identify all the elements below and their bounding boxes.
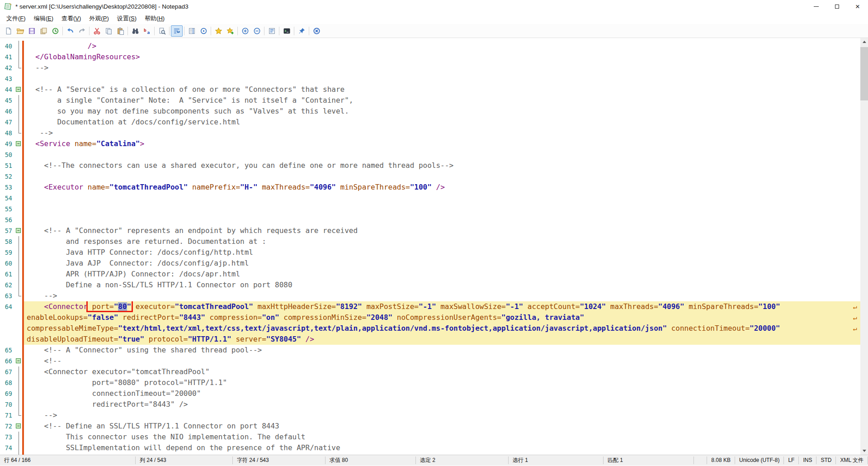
code-text[interactable]: <!-- Define an SSL/TLS HTTP/1.1 Connecto…: [24, 421, 860, 432]
code-text[interactable]: [24, 214, 860, 225]
zoom-out-button[interactable]: [251, 25, 263, 37]
long-line-marker-button[interactable]: [186, 25, 198, 37]
status-column[interactable]: 列 24 / 543: [136, 456, 233, 464]
redo-button[interactable]: [76, 25, 88, 37]
code-text[interactable]: -->: [24, 62, 860, 73]
code-text[interactable]: Documentation at /docs/config/service.ht…: [24, 117, 860, 128]
code-text[interactable]: [24, 149, 860, 160]
maximize-button[interactable]: [826, 0, 847, 13]
status-occurrences[interactable]: 匹配 1: [604, 456, 694, 464]
code-text[interactable]: and responses are returned. Documentatio…: [24, 236, 860, 247]
code-line-40: 40 />: [0, 41, 860, 52]
scroll-up-button[interactable]: [860, 38, 868, 46]
status-selection[interactable]: 选定 2: [416, 456, 509, 464]
fold-collapse-icon[interactable]: −: [16, 358, 21, 363]
status-eol-mode[interactable]: LF: [784, 456, 799, 464]
code-text[interactable]: redirectPort="8443" />: [24, 399, 860, 410]
menu-item-p[interactable]: 外观(P): [85, 13, 113, 24]
code-text[interactable]: disableUploadTimeout="true" protocol="HT…: [24, 334, 860, 345]
close-button[interactable]: ×: [847, 0, 868, 13]
minimize-button[interactable]: [806, 0, 826, 13]
menu-item-f[interactable]: 文件(F): [2, 13, 30, 24]
fold-collapse-icon[interactable]: −: [16, 228, 21, 233]
code-text[interactable]: />: [24, 41, 860, 52]
fold-collapse-icon[interactable]: −: [16, 87, 21, 92]
code-text[interactable]: Java HTTP Connector: /docs/config/http.h…: [24, 247, 860, 258]
code-text[interactable]: <!--: [24, 356, 860, 366]
code-text[interactable]: so you may not define subcomponents such…: [24, 106, 860, 117]
run-console-button[interactable]: [281, 25, 292, 37]
editor[interactable]: 40 />41 </GlobalNamingResources>42 -->43…: [0, 38, 868, 455]
scroll-down-button[interactable]: [860, 447, 868, 455]
code-text[interactable]: library and the useOpenSSL attribute of …: [24, 453, 860, 455]
code-text[interactable]: -->: [24, 290, 860, 301]
open-file-button[interactable]: [14, 25, 26, 37]
show-whitespace-button[interactable]: [198, 25, 209, 37]
code-text[interactable]: <!--The connectors can use a shared exec…: [24, 160, 860, 171]
code-text[interactable]: <Executor name="tomcatThreadPool" namePr…: [24, 182, 860, 193]
code-text[interactable]: <Connector executor="tomcatThreadPool": [24, 366, 860, 377]
word-wrap-button[interactable]: [171, 25, 183, 37]
code-text[interactable]: enableLookups="false" redirectPort="8443…: [24, 312, 860, 323]
status-eval[interactable]: 求值 80: [326, 456, 416, 464]
find-button[interactable]: [129, 25, 141, 37]
code-text[interactable]: This connector uses the NIO implementati…: [24, 432, 860, 442]
code-token: APR (HTTP/AJP) Connector: /docs/apr.html: [27, 270, 240, 278]
scrollbar-thumb[interactable]: [860, 47, 868, 100]
recent-files-button[interactable]: [49, 25, 61, 37]
code-text[interactable]: APR (HTTP/AJP) Connector: /docs/apr.html: [24, 269, 860, 280]
undo-button[interactable]: [64, 25, 76, 37]
fold-collapse-icon[interactable]: −: [16, 423, 21, 428]
add-favorite-button[interactable]: [224, 25, 236, 37]
code-text[interactable]: compressableMimeType="text/html,text/xml…: [24, 323, 860, 334]
code-text[interactable]: a single "Container" Note: A "Service" i…: [24, 95, 860, 106]
code-text[interactable]: <!-- A "Connector" using the shared thre…: [24, 345, 860, 356]
code-text[interactable]: </GlobalNamingResources>: [24, 52, 860, 62]
fold-collapse-icon[interactable]: −: [16, 141, 21, 146]
status-case-mode[interactable]: STD: [816, 456, 836, 464]
code-text[interactable]: SSLImplementation will depend on the pre…: [24, 442, 860, 453]
code-area[interactable]: 40 />41 </GlobalNamingResources>42 -->43…: [0, 41, 860, 455]
status-insert-mode[interactable]: INS: [799, 456, 816, 464]
status-encoding[interactable]: Unicode (UTF-8): [735, 456, 784, 464]
code-text[interactable]: -->: [24, 410, 860, 421]
code-text[interactable]: [24, 73, 860, 84]
code-text[interactable]: [24, 193, 860, 204]
code-text[interactable]: [24, 171, 860, 182]
toolbar-separator: [127, 27, 128, 35]
cut-button[interactable]: [91, 25, 103, 37]
pin-to-top-button[interactable]: [296, 25, 307, 37]
code-text[interactable]: [24, 204, 860, 214]
code-text[interactable]: <!-- A "Connector" represents an endpoin…: [24, 225, 860, 236]
status-character[interactable]: 字符 24 / 543: [233, 456, 326, 464]
menu-item-h[interactable]: 帮助(H): [141, 13, 169, 24]
vertical-scrollbar[interactable]: [860, 38, 868, 455]
menu-item-s[interactable]: 设置(S): [113, 13, 141, 24]
new-file-button[interactable]: [2, 25, 14, 37]
code-text[interactable]: Java AJP Connector: /docs/config/ajp.htm…: [24, 258, 860, 269]
print-preview-button[interactable]: [156, 25, 168, 37]
exit-button[interactable]: [311, 25, 322, 37]
code-text[interactable]: Define a non-SSL/TLS HTTP/1.1 Connector …: [24, 280, 860, 290]
save-file-button[interactable]: [26, 25, 38, 37]
code-text[interactable]: connectionTimeout="20000": [24, 388, 860, 399]
paste-button[interactable]: [114, 25, 126, 37]
status-line[interactable]: 行 64 / 166: [0, 456, 136, 464]
menu-item-e[interactable]: 编辑(E): [30, 13, 57, 24]
copy-button[interactable]: [103, 25, 114, 37]
title-bar[interactable]: * server.xml [C:\Users\challengy\Desktop…: [0, 0, 868, 13]
save-copy-button[interactable]: [38, 25, 49, 37]
zoom-in-button[interactable]: [239, 25, 251, 37]
status-selected-lines[interactable]: 选行 1: [509, 456, 604, 464]
code-text[interactable]: port="8080" protocol="HTTP/1.1": [24, 377, 860, 388]
favorites-button[interactable]: [212, 25, 224, 37]
scheme-config-button[interactable]: [266, 25, 278, 37]
code-text[interactable]: <!-- A "Service" is a collection of one …: [24, 84, 860, 95]
menu-item-v[interactable]: 查看(V): [57, 13, 85, 24]
code-text[interactable]: <Service name="Catalina">: [24, 138, 860, 149]
status-file-type[interactable]: XML 文件: [836, 456, 868, 464]
status-file-size[interactable]: 8.08 KB: [707, 456, 735, 464]
replace-button[interactable]: ba: [141, 25, 153, 37]
code-text[interactable]: <Connector port="80" executor="tomcatThr…: [24, 301, 860, 312]
code-text[interactable]: -->: [24, 128, 860, 138]
